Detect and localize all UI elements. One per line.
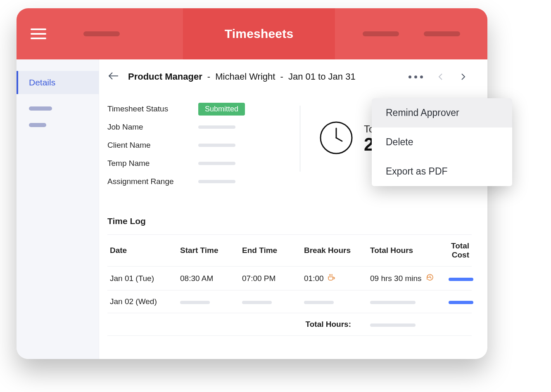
field-label-status: Timesheet Status	[107, 104, 198, 113]
sidebar-placeholder	[29, 106, 52, 111]
coffee-icon	[327, 273, 335, 283]
col-cost: Total Cost	[446, 235, 472, 267]
col-date: Date	[107, 235, 178, 267]
next-button[interactable]	[458, 72, 468, 81]
history-icon	[426, 273, 434, 283]
totals-row: Total Hours:	[107, 313, 472, 336]
field-label-temp: Temp Name	[107, 159, 198, 168]
cell-cost	[446, 267, 472, 290]
field-label-job: Job Name	[107, 123, 198, 132]
svg-line-5	[336, 138, 342, 141]
field-label-range: Assignment Range	[107, 177, 198, 186]
sidebar-item-details[interactable]: Details	[17, 71, 99, 94]
table-row[interactable]: Jan 01 (Tue) 08:30 AM 07:00 PM 01:00	[107, 267, 472, 290]
cell-hours: 09 hrs 30 mins	[368, 267, 446, 290]
col-start: Start Time	[178, 235, 240, 267]
more-options-menu: Remind Approver Delete Export as PDF	[372, 98, 512, 186]
section-title-timelog: Time Log	[107, 216, 472, 226]
time-log-table: Date Start Time End Time Break Hours Tot…	[107, 234, 472, 336]
back-button[interactable]	[107, 71, 119, 83]
cell-placeholder	[368, 290, 446, 313]
sidebar: Details	[17, 59, 99, 359]
cell-placeholder	[302, 290, 368, 313]
field-placeholder	[198, 144, 235, 147]
field-placeholder	[198, 162, 235, 165]
cell-placeholder	[368, 313, 446, 336]
field-placeholder	[198, 125, 235, 129]
cell-start: 08:30 AM	[178, 267, 240, 290]
breadcrumb-job: Product Manager	[128, 71, 202, 82]
menu-item-delete[interactable]: Delete	[372, 128, 512, 157]
app-header: Timesheets	[17, 8, 487, 59]
cell-cost	[446, 290, 472, 313]
page-title: Timesheets	[225, 27, 294, 41]
prev-button[interactable]	[436, 72, 445, 81]
breadcrumb-person: Michael Wright	[215, 71, 275, 82]
col-hours: Total Hours	[368, 235, 446, 267]
more-options-button[interactable]	[408, 76, 423, 78]
field-label-client: Client Name	[107, 141, 198, 150]
col-end: End Time	[240, 235, 302, 267]
hamburger-icon[interactable]	[31, 28, 46, 40]
menu-item-remind-approver[interactable]: Remind Approver	[372, 98, 512, 128]
col-break: Break Hours	[302, 235, 368, 267]
cell-break: 01:00	[302, 267, 368, 290]
menu-item-export-pdf[interactable]: Export as PDF	[372, 157, 512, 186]
cell-date: Jan 02 (Wed)	[107, 290, 178, 313]
clock-icon	[319, 121, 353, 156]
cell-placeholder	[240, 290, 302, 313]
header-placeholder	[83, 31, 120, 36]
sidebar-item-label: Details	[29, 78, 55, 87]
sidebar-placeholder	[29, 123, 46, 127]
table-row[interactable]: Jan 02 (Wed)	[107, 290, 472, 313]
cell-date: Jan 01 (Tue)	[107, 267, 178, 290]
status-badge: Submitted	[198, 103, 245, 116]
header-placeholder	[424, 31, 460, 36]
cell-placeholder	[178, 290, 240, 313]
summary-fields: Timesheet Status Submitted Job Name Clie…	[107, 100, 281, 191]
cell-end: 07:00 PM	[240, 267, 302, 290]
breadcrumb-range: Jan 01 to Jan 31	[288, 71, 356, 82]
field-placeholder	[198, 180, 235, 183]
breadcrumb: Product Manager - Michael Wright - Jan 0…	[128, 71, 356, 82]
totals-label: Total Hours:	[107, 313, 368, 336]
header-placeholder	[363, 31, 399, 36]
